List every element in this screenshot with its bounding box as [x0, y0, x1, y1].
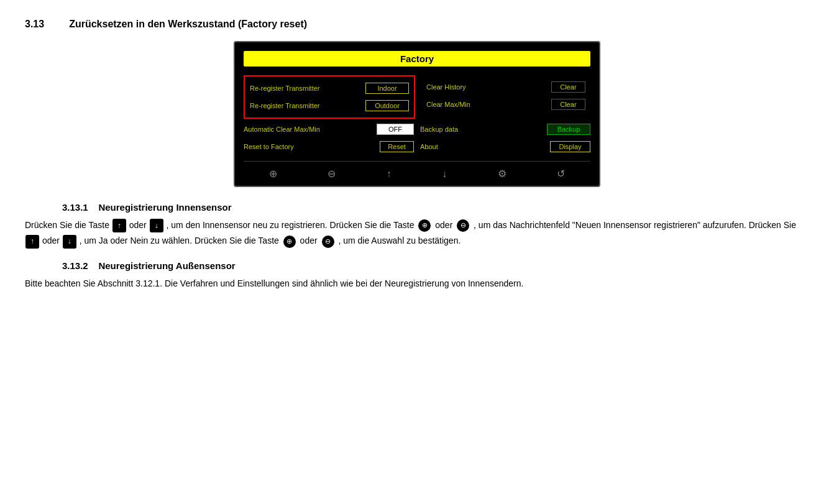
- clear-history-row: Clear History Clear: [426, 81, 585, 93]
- zoom-out-button-icon-2: ⊖: [321, 234, 336, 249]
- auto-clear-value[interactable]: OFF: [377, 124, 414, 135]
- subsection-3-13-1-heading: 3.13.1 Neuregistrierung Innensensor: [62, 202, 809, 213]
- zoom-in-button-icon-2: ⊕: [282, 234, 297, 249]
- subsection-3-13-2-number: 3.13.2: [62, 260, 88, 271]
- factory-bottom: Automatic Clear Max/Min OFF Reset to Fac…: [244, 124, 590, 152]
- clear-maxmin-label: Clear Max/Min: [426, 101, 548, 108]
- subsection-3-13-1: 3.13.1 Neuregistrierung Innensensor Drüc…: [25, 202, 809, 249]
- subsection-3-13-2-title: Neuregistrierung Außensensor: [98, 260, 235, 271]
- reregister-indoor-label: Re-register Transmitter: [250, 85, 362, 92]
- zoom-out-button-icon: ⊖: [456, 218, 470, 233]
- auto-clear-row: Automatic Clear Max/Min OFF: [244, 124, 414, 135]
- about-display-value[interactable]: Display: [550, 141, 590, 152]
- factory-bottom-right: Backup data Backup About Display: [420, 124, 590, 152]
- back-icon[interactable]: ↺: [557, 168, 565, 180]
- reregister-outdoor-row: Re-register Transmitter Outdoor: [250, 100, 409, 111]
- settings-icon[interactable]: ⚙: [498, 168, 506, 180]
- subsection-3-13-1-number: 3.13.1: [62, 202, 88, 213]
- zoom-in-icon[interactable]: ⊕: [269, 168, 277, 180]
- zoom-in-button-icon: ⊕: [417, 218, 432, 233]
- clear-maxmin-row: Clear Max/Min Clear: [426, 99, 585, 110]
- zoom-out-icon[interactable]: ⊖: [328, 168, 336, 180]
- up-button-icon-2: ↑: [25, 235, 39, 249]
- about-label: About: [420, 143, 546, 150]
- reregister-outdoor-label: Re-register Transmitter: [250, 102, 362, 109]
- reset-factory-row: Reset to Factory Reset: [244, 141, 414, 152]
- subsection-3-13-1-title: Neuregistrierung Innensensor: [98, 202, 231, 213]
- nav-bar: ⊕ ⊖ ↑ ↓ ⚙ ↺: [244, 161, 590, 180]
- clear-history-value[interactable]: Clear: [551, 81, 585, 93]
- factory-main-content: Re-register Transmitter Indoor Re-regist…: [244, 75, 590, 119]
- section-title: Zurücksetzen in den Werkszustand (Factor…: [69, 19, 307, 30]
- clear-history-label: Clear History: [426, 83, 548, 91]
- reset-factory-label: Reset to Factory: [244, 143, 376, 150]
- subsection-3-13-2-text: Bitte beachten Sie Abschnitt 3.12.1. Die…: [25, 276, 809, 291]
- reregister-indoor-row: Re-register Transmitter Indoor: [250, 83, 409, 94]
- down-button-icon: ↓: [150, 219, 163, 232]
- backup-data-row: Backup data Backup: [420, 124, 590, 135]
- section-heading: 3.13 Zurücksetzen in den Werkszustand (F…: [25, 19, 809, 30]
- backup-data-value[interactable]: Backup: [547, 124, 590, 135]
- subsection-3-13-1-text: Drücken Sie die Taste ↑ oder ↓ , um den …: [25, 218, 809, 249]
- factory-right-panel: Clear History Clear Clear Max/Min Clear: [421, 75, 590, 119]
- device-screenshot: Factory Re-register Transmitter Indoor R…: [234, 41, 600, 187]
- down-button-icon-2: ↓: [63, 235, 76, 249]
- subsection-3-13-2-heading: 3.13.2 Neuregistrierung Außensensor: [62, 260, 809, 271]
- backup-data-label: Backup data: [420, 126, 543, 133]
- factory-header: Factory: [244, 51, 590, 66]
- reregister-indoor-value[interactable]: Indoor: [365, 83, 409, 94]
- up-icon[interactable]: ↑: [387, 168, 392, 180]
- reset-factory-value[interactable]: Reset: [380, 141, 414, 152]
- subsection-3-13-2: 3.13.2 Neuregistrierung Außensensor Bitt…: [25, 260, 809, 291]
- auto-clear-label: Automatic Clear Max/Min: [244, 126, 373, 133]
- clear-maxmin-value[interactable]: Clear: [551, 99, 585, 110]
- down-icon[interactable]: ↓: [442, 168, 447, 180]
- up-button-icon: ↑: [112, 219, 126, 232]
- about-row: About Display: [420, 141, 590, 152]
- reregister-outdoor-value[interactable]: Outdoor: [365, 100, 409, 111]
- factory-bottom-left: Automatic Clear Max/Min OFF Reset to Fac…: [244, 124, 414, 152]
- factory-left-panel: Re-register Transmitter Indoor Re-regist…: [244, 75, 415, 119]
- section-number: 3.13: [25, 19, 44, 30]
